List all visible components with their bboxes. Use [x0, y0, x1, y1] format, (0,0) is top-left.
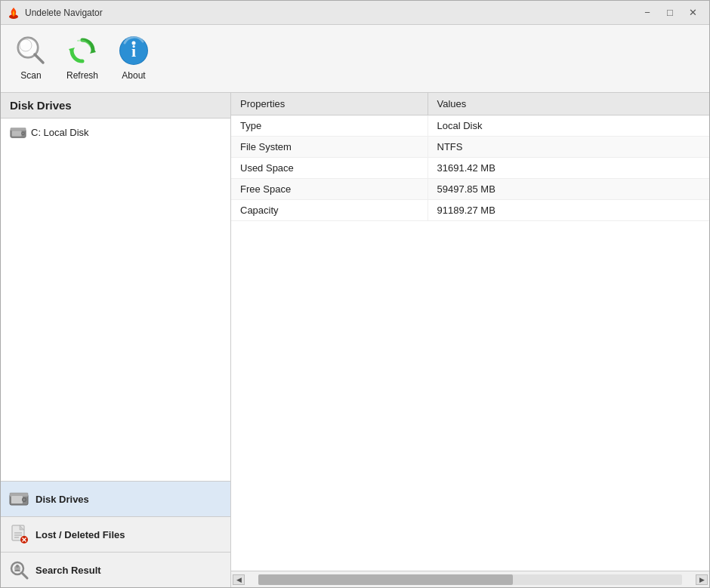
tab-disk-drives-label: Disk Drives: [36, 494, 89, 505]
refresh-icon: [64, 32, 100, 69]
right-panel: Properties Values TypeLocal DiskFile Sys…: [231, 93, 709, 587]
property-cell: Type: [231, 115, 428, 137]
tree-view: C: Local Disk: [1, 119, 230, 481]
table-row: File SystemNTFS: [231, 137, 709, 158]
hdd-icon: [10, 126, 26, 138]
about-button[interactable]: i About: [110, 29, 158, 84]
value-cell: NTFS: [428, 137, 709, 158]
scan-icon: [13, 32, 49, 69]
value-cell: 59497.85 MB: [428, 179, 709, 200]
about-label: About: [122, 70, 145, 81]
scan-button[interactable]: Scan: [7, 29, 55, 84]
svg-line-5: [35, 54, 43, 63]
svg-point-33: [16, 565, 19, 568]
close-button[interactable]: ✕: [682, 5, 703, 21]
property-cell: Capacity: [231, 200, 428, 221]
value-cell: Local Disk: [428, 115, 709, 137]
scroll-right-arrow[interactable]: ▶: [696, 574, 708, 585]
tree-item-c-drive-label: C: Local Disk: [31, 127, 89, 138]
about-icon: i: [116, 32, 152, 69]
scrollbar-track[interactable]: [258, 574, 682, 585]
properties-panel: Properties Values TypeLocal DiskFile Sys…: [231, 93, 709, 571]
svg-rect-20: [11, 496, 23, 503]
value-cell: 91189.27 MB: [428, 200, 709, 221]
tab-lost-deleted-files[interactable]: Lost / Deleted Files: [1, 516, 230, 552]
col-header-values: Values: [428, 93, 709, 115]
disk-drives-tab-icon: [8, 488, 29, 509]
svg-point-12: [132, 42, 136, 45]
window-title: Undelete Navigator: [25, 8, 637, 18]
search-result-tab-icon: [8, 559, 29, 580]
titlebar: Undelete Navigator − □ ✕: [1, 1, 709, 25]
refresh-label: Refresh: [66, 70, 98, 81]
tab-search-result-label: Search Result: [36, 565, 101, 576]
lost-files-tab-icon: [8, 524, 29, 545]
table-row: Free Space59497.85 MB: [231, 179, 709, 200]
tab-search-result[interactable]: Search Result: [1, 552, 230, 587]
svg-point-22: [23, 498, 26, 501]
properties-table: Properties Values TypeLocal DiskFile Sys…: [231, 93, 709, 221]
window-controls: − □ ✕: [637, 5, 703, 21]
scan-label: Scan: [20, 70, 41, 81]
table-row: Capacity91189.27 MB: [231, 200, 709, 221]
bottom-nav-tabs: Disk Drives: [1, 481, 230, 587]
property-cell: Free Space: [231, 179, 428, 200]
toolbar: Scan Refresh: [1, 25, 709, 93]
tab-lost-deleted-files-label: Lost / Deleted Files: [36, 529, 125, 540]
svg-line-32: [22, 573, 27, 578]
table-row: Used Space31691.42 MB: [231, 158, 709, 179]
property-cell: Used Space: [231, 158, 428, 179]
application-window: Undelete Navigator − □ ✕: [0, 0, 710, 588]
value-cell: 31691.42 MB: [428, 158, 709, 179]
col-header-properties: Properties: [231, 93, 428, 115]
maximize-button[interactable]: □: [659, 5, 681, 21]
tree-item-c-drive[interactable]: C: Local Disk: [4, 123, 227, 141]
table-row: TypeLocal Disk: [231, 115, 709, 137]
svg-rect-14: [11, 128, 26, 131]
main-area: Disk Drives C: Local Disk: [1, 93, 709, 587]
left-panel: Disk Drives C: Local Disk: [1, 93, 231, 587]
svg-point-17: [22, 132, 24, 134]
horizontal-scrollbar[interactable]: ◀ ▶: [231, 571, 709, 587]
left-panel-header: Disk Drives: [1, 93, 230, 119]
tab-disk-drives[interactable]: Disk Drives: [1, 482, 230, 516]
app-icon: [7, 6, 20, 20]
scroll-left-arrow[interactable]: ◀: [233, 574, 245, 585]
scrollbar-thumb[interactable]: [258, 574, 513, 585]
property-cell: File System: [231, 137, 428, 158]
refresh-button[interactable]: Refresh: [58, 29, 106, 84]
svg-rect-15: [12, 131, 22, 136]
minimize-button[interactable]: −: [637, 5, 658, 21]
